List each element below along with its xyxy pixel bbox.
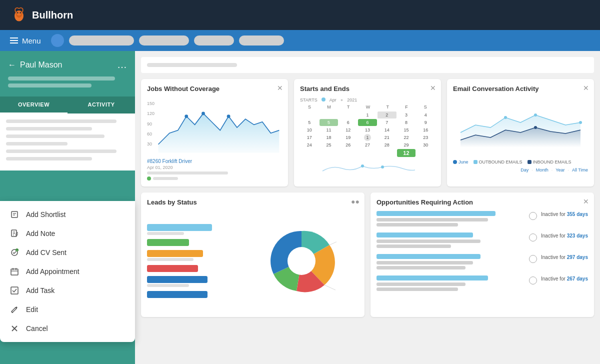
widget-starts-title: Starts and Ends — [300, 85, 435, 92]
cal-cell: 9 — [416, 119, 435, 126]
svg-rect-15 — [11, 269, 18, 275]
menu-item-add-cv[interactable]: + Add CV Sent — [0, 243, 135, 262]
cal-cell: 14 — [378, 126, 396, 134]
opp-status-1: Inactive for 355 days — [541, 211, 588, 217]
svg-point-28 — [184, 114, 188, 118]
calendar-grid: 1 2 3 4 5 5 6 6 7 8 9 10 11 — [300, 112, 435, 157]
cal-cell: 7 — [378, 119, 396, 126]
legend-inbound-dot — [528, 160, 532, 164]
starts-dot — [322, 98, 326, 102]
time-alltime[interactable]: All Time — [572, 168, 588, 172]
opportunities-list: Inactive for 355 days Inactive for 323 d… — [376, 211, 588, 291]
svg-point-36 — [579, 121, 582, 124]
opp-item-3: Inactive for 297 days — [376, 254, 588, 270]
opp-lines-1 — [376, 211, 525, 226]
opp-top-2 — [376, 232, 473, 238]
opp-status-4: Inactive for 267 days — [541, 276, 588, 282]
sidebar-options-button[interactable]: … — [117, 59, 127, 70]
sidebar: ← Paul Mason … OVERVIEW ACTIVITY — [0, 51, 135, 364]
cal-cell: 6 — [338, 119, 358, 126]
jobs-chart-svg: 150 120 90 60 30 — [147, 98, 282, 158]
cal-cell: 24 — [300, 142, 319, 148]
leads-bar-row-1 — [147, 224, 240, 235]
sidebar-body-line-4 — [6, 142, 68, 146]
leads-bar-row-5 — [147, 276, 240, 287]
time-sep-1: · — [532, 168, 533, 172]
svg-point-31 — [361, 164, 364, 168]
menu-item-add-note[interactable]: Add Note — [0, 224, 135, 243]
cal-cell: 21 — [378, 134, 396, 141]
cal-cell: 22 — [397, 134, 416, 141]
tab-activity[interactable]: ACTIVITY — [68, 96, 135, 114]
leads-bar-sub-5 — [147, 284, 189, 287]
cal-cell: 4 — [416, 112, 435, 118]
chart-bar-placeholder — [153, 177, 178, 180]
svg-text:60: 60 — [147, 132, 152, 136]
menu-item-cancel-label: Cancel — [26, 324, 48, 332]
cal-cell — [320, 112, 338, 118]
time-year[interactable]: Year — [556, 168, 564, 172]
chart-job-bottom-line — [147, 172, 228, 174]
leads-bar-3 — [147, 250, 203, 257]
opp-lines-4 — [376, 276, 525, 291]
jobs-chart-area: 150 120 90 60 30 — [147, 98, 282, 158]
time-month[interactable]: Month — [536, 168, 548, 172]
menu-item-edit[interactable]: Edit — [0, 300, 135, 319]
leads-pie-area — [245, 226, 358, 296]
widget-starts-close[interactable]: ✕ — [430, 84, 436, 92]
cal-cell: 16 — [416, 126, 435, 134]
sidebar-tabs: OVERVIEW ACTIVITY — [0, 96, 135, 114]
time-sep-2: · — [552, 168, 553, 172]
cal-cell: 1 — [364, 134, 371, 141]
svg-rect-19 — [11, 287, 18, 294]
cal-cell: 25 — [320, 142, 338, 148]
menu-button[interactable]: Menu — [10, 36, 41, 45]
cal-cell: 3 — [397, 112, 416, 118]
menu-item-cancel[interactable]: Cancel — [0, 319, 135, 338]
cal-cell: 8 — [397, 119, 416, 126]
legend-outbound-dot — [474, 160, 478, 164]
task-icon — [10, 286, 19, 295]
svg-text:150: 150 — [147, 101, 154, 106]
dashboard-header-bar — [141, 57, 594, 73]
sidebar-back-button[interactable]: ← Paul Mason — [8, 60, 62, 70]
leads-bar-5 — [147, 276, 208, 283]
legend-june: June — [453, 160, 468, 164]
opp-bot-3 — [376, 266, 466, 270]
menu-item-add-cv-label: Add CV Sent — [26, 248, 66, 256]
leads-bar-1 — [147, 224, 212, 231]
opp-top-1 — [376, 211, 496, 216]
chart-job-label: #8260 Forklift Driver — [147, 158, 282, 164]
widget-email-close[interactable]: ✕ — [583, 84, 589, 92]
widget-jobs-close[interactable]: ✕ — [277, 84, 283, 92]
leads-bar-sub-3 — [147, 258, 194, 261]
svg-point-32 — [381, 166, 384, 168]
search-pill-2 — [139, 36, 189, 46]
time-day[interactable]: Day — [520, 168, 528, 172]
opp-lines-3 — [376, 254, 525, 270]
note-icon — [10, 229, 19, 238]
widget-opps-close[interactable]: ✕ — [583, 198, 589, 206]
menu-item-add-appointment[interactable]: Add Appointment — [0, 262, 135, 281]
calendar-day-headers: SMTWTFS — [300, 104, 435, 110]
opp-item-2: Inactive for 323 days — [376, 232, 588, 248]
tab-overview[interactable]: OVERVIEW — [0, 96, 68, 114]
edit-icon — [10, 305, 19, 314]
app-name: Bullhorn — [32, 10, 73, 21]
menu-item-add-note-label: Add Note — [26, 230, 55, 238]
leads-bar-row-3 — [147, 250, 240, 261]
widget-leads-expand[interactable]: ●● — [351, 198, 360, 206]
menu-item-add-task[interactable]: Add Task — [0, 281, 135, 300]
email-time-options: Day · Month · Year · All Time — [453, 168, 588, 172]
cal-cell: 27 — [358, 142, 377, 148]
sidebar-info-line-2 — [8, 84, 92, 88]
menu-item-add-shortlist-label: Add Shortlist — [26, 210, 66, 218]
search-circle — [51, 34, 64, 47]
leads-pie-svg — [266, 226, 336, 296]
calendar-grid-area: SMTWTFS 1 2 3 4 5 5 6 — [300, 104, 435, 176]
menu-item-add-shortlist[interactable]: Add Shortlist — [0, 205, 135, 224]
cal-cell: 19 — [338, 134, 358, 141]
opp-bot-4 — [376, 288, 458, 291]
opp-top-3 — [376, 254, 480, 259]
widget-opps-title: Opportunities Requiring Action — [376, 198, 588, 206]
